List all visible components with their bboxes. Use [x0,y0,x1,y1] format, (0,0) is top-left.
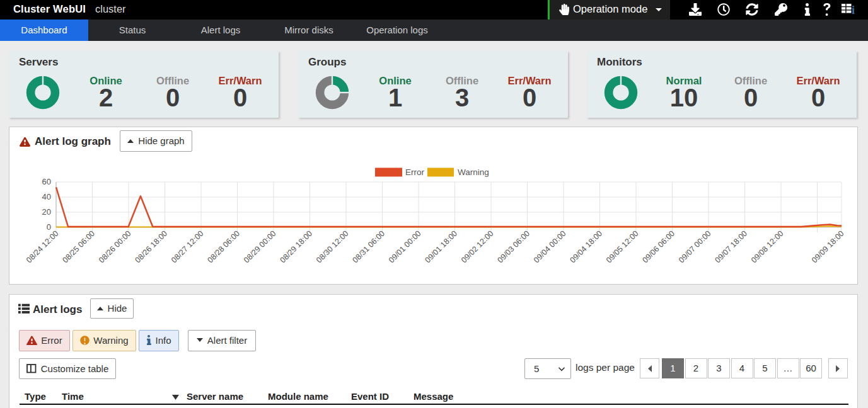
svg-text:09/03 06:00: 09/03 06:00 [496,229,532,265]
svg-text:09/04 18:00: 09/04 18:00 [569,229,605,265]
svg-text:09/08 12:00: 09/08 12:00 [749,229,785,265]
svg-text:08/24 12:00: 08/24 12:00 [25,229,61,265]
svg-text:Warning: Warning [458,167,489,177]
svg-text:09/01 00:00: 09/01 00:00 [387,229,423,265]
svg-text:09/06 06:00: 09/06 06:00 [641,229,677,265]
svg-text:09/05 12:00: 09/05 12:00 [605,229,640,265]
svg-text:09/07 00:00: 09/07 00:00 [677,229,713,265]
svg-text:08/29 18:00: 08/29 18:00 [279,229,315,265]
svg-text:08/30 12:00: 08/30 12:00 [315,229,350,265]
svg-text:0: 0 [47,222,51,232]
svg-text:20: 20 [42,207,51,217]
svg-text:40: 40 [42,192,51,201]
svg-text:08/31 06:00: 08/31 06:00 [351,229,387,265]
svg-text:09/02 12:00: 09/02 12:00 [460,229,495,265]
svg-text:09/09 18:00: 09/09 18:00 [810,229,846,265]
svg-text:09/04 00:00: 09/04 00:00 [532,229,568,265]
svg-text:08/29 00:00: 08/29 00:00 [242,229,278,265]
svg-text:09/07 18:00: 09/07 18:00 [714,229,749,265]
svg-text:60: 60 [42,177,51,186]
svg-text:Error: Error [405,167,425,177]
svg-text:08/28 06:00: 08/28 06:00 [206,229,242,265]
svg-text:08/26 00:00: 08/26 00:00 [97,229,133,265]
svg-text:09/01 18:00: 09/01 18:00 [424,229,460,265]
svg-text:i: i [852,4,855,16]
svg-text:08/25 06:00: 08/25 06:00 [61,229,97,265]
svg-text:08/27 12:00: 08/27 12:00 [170,229,205,265]
svg-text:08/26 18:00: 08/26 18:00 [134,229,170,265]
